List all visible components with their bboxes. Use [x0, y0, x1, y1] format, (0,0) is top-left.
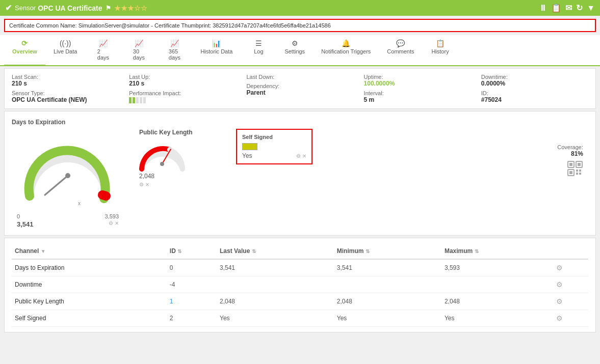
self-signed-indicator [242, 143, 257, 150]
tab-settings[interactable]: ⚙ Settings [276, 35, 313, 66]
table-header-row: Channel ▼ ID ⇅ Last Value ⇅ Minimum ⇅ Ma… [12, 243, 588, 259]
chart-area: Days to Expiration x 0 3,593 3,541 ⚙ ✕ [4, 111, 596, 236]
table-body: Days to Expiration 0 3,541 3,541 3,593 ⚙… [12, 259, 588, 327]
maximum-sort-icon[interactable]: ⇅ [475, 248, 479, 254]
row3-channel: Public Key Length [12, 293, 167, 310]
maximum-col-label: Maximum [445, 247, 473, 255]
row2-gear-button[interactable]: ⚙ [556, 281, 563, 289]
self-signed-icons[interactable]: ⚙ ✕ [296, 153, 306, 159]
row4-action: ⚙ [553, 310, 588, 327]
interval-label: Interval: [364, 90, 471, 96]
col-id: ID ⇅ [167, 243, 217, 259]
row4-maximum: Yes [441, 310, 553, 327]
public-key-length-title: Public Key Length [139, 129, 221, 136]
row4-last-value: Yes [217, 310, 334, 327]
star-rating[interactable]: ★★★☆☆ [114, 4, 147, 12]
gauge-control-icons[interactable]: ⚙ ✕ [109, 220, 119, 228]
row2-minimum [334, 276, 441, 293]
tab-live-data-label: Live Data [54, 48, 77, 54]
self-signed-title: Self Signed [242, 134, 306, 140]
clipboard-icon[interactable]: 📋 [551, 3, 561, 13]
coverage-label: Coverage: [557, 144, 583, 150]
col-action [553, 243, 588, 259]
public-key-icons[interactable]: ⚙ ✕ [139, 182, 221, 187]
interval-item: Interval: 5 m [364, 90, 471, 103]
sensor-type-label: Sensor Type: [12, 90, 119, 96]
id-sort-icon[interactable]: ⇅ [177, 248, 181, 254]
tab-comments[interactable]: 💬 Comments [379, 35, 422, 66]
tab-log[interactable]: ☰ Log [241, 35, 276, 66]
gauge-labels: 0 3,593 [12, 213, 124, 219]
email-icon[interactable]: ✉ [565, 3, 572, 13]
row1-minimum: 3,541 [334, 259, 441, 276]
tab-history[interactable]: 📋 History [423, 35, 458, 66]
row4-gear-button[interactable]: ⚙ [556, 314, 563, 322]
qr-icon[interactable] [567, 160, 583, 179]
id-value: #75024 [481, 96, 588, 103]
tab-365days[interactable]: 📈 365days [156, 35, 192, 66]
svg-rect-8 [576, 173, 578, 175]
sensor-name: OPC UA Certificate [38, 4, 102, 12]
dropdown-icon[interactable]: ▼ [587, 4, 595, 13]
svg-rect-6 [576, 170, 578, 172]
tab-overview[interactable]: ⟳ Overview [4, 35, 45, 66]
col-maximum: Maximum ⇅ [441, 243, 553, 259]
row3-gear-button[interactable]: ⚙ [556, 297, 563, 305]
channel-sort-icon[interactable]: ▼ [41, 248, 46, 254]
tab-historic-data-label: Historic Data [200, 48, 232, 54]
perf-bar-2 [133, 97, 135, 103]
tab-30days-label: 30days [133, 48, 145, 61]
tab-notification-triggers[interactable]: 🔔 Notification Triggers [313, 35, 379, 66]
row1-maximum: 3,593 [441, 259, 553, 276]
id-col-label: ID [170, 247, 176, 255]
row1-gear-button[interactable]: ⚙ [556, 264, 563, 272]
perf-bar-3 [136, 97, 139, 103]
svg-point-11 [65, 173, 70, 178]
perf-bar-1 [129, 97, 132, 103]
dependency-label: Dependency: [246, 83, 353, 89]
info-section-5: Downtime: 0.0000% ID: #75024 [481, 74, 588, 103]
info-section-3: Last Down: Dependency: Parent [246, 74, 353, 103]
tab-live-data[interactable]: ((·)) Live Data [45, 35, 85, 66]
col-last-value: Last Value ⇅ [217, 243, 334, 259]
coverage-item: Coverage: 81% [557, 144, 583, 157]
row4-minimum: Yes [334, 310, 441, 327]
tab-notification-triggers-label: Notification Triggers [321, 48, 371, 54]
downtime-value: 0.0000% [481, 80, 588, 87]
last-scan-value: 210 s [12, 80, 119, 87]
tab-30days[interactable]: 📈 30days [121, 35, 156, 66]
30days-icon: 📈 [135, 39, 143, 47]
refresh-icon[interactable]: ↻ [576, 3, 583, 13]
svg-rect-7 [579, 170, 581, 172]
self-signed-bottom: Yes ⚙ ✕ [242, 152, 306, 159]
public-key-value: 2,048 [139, 173, 221, 180]
gauge-container: x [22, 130, 114, 211]
settings-icon: ⚙ [292, 39, 298, 47]
svg-text:x: x [78, 201, 81, 206]
pin-icon: ⚑ [106, 5, 111, 12]
row1-channel: Days to Expiration [12, 259, 167, 276]
pause-icon[interactable]: ⏸ [539, 4, 547, 13]
coverage-value: 81% [571, 150, 583, 157]
table-row: Days to Expiration 0 3,541 3,541 3,593 ⚙ [12, 259, 588, 276]
uptime-value: 100.0000% [364, 80, 471, 87]
dependency-value: Parent [246, 89, 353, 96]
uptime-label: Uptime: [364, 74, 471, 80]
perf-bar-4 [140, 97, 142, 103]
nav-tabs: ⟳ Overview ((·)) Live Data 📈 2days 📈 30d… [0, 35, 600, 66]
perf-bar-5 [143, 97, 146, 103]
tab-2days[interactable]: 📈 2days [85, 35, 121, 66]
check-icon: ✔ [5, 3, 12, 13]
perf-impact-label: Performance Impact: [129, 90, 236, 96]
days-gauge-svg: x [22, 130, 114, 206]
tab-historic-data[interactable]: 📊 Historic Data [192, 35, 241, 66]
minimum-sort-icon[interactable]: ⇅ [366, 248, 370, 254]
row3-id[interactable]: 1 [167, 293, 217, 310]
table-row: Downtime -4 ⚙ [12, 276, 588, 293]
row2-action: ⚙ [553, 276, 588, 293]
svg-rect-1 [569, 163, 572, 166]
downtime-item: Downtime: 0.0000% [481, 74, 588, 87]
last-value-sort-icon[interactable]: ⇅ [252, 248, 256, 254]
id-item: ID: #75024 [481, 90, 588, 103]
row2-last-value [217, 276, 334, 293]
